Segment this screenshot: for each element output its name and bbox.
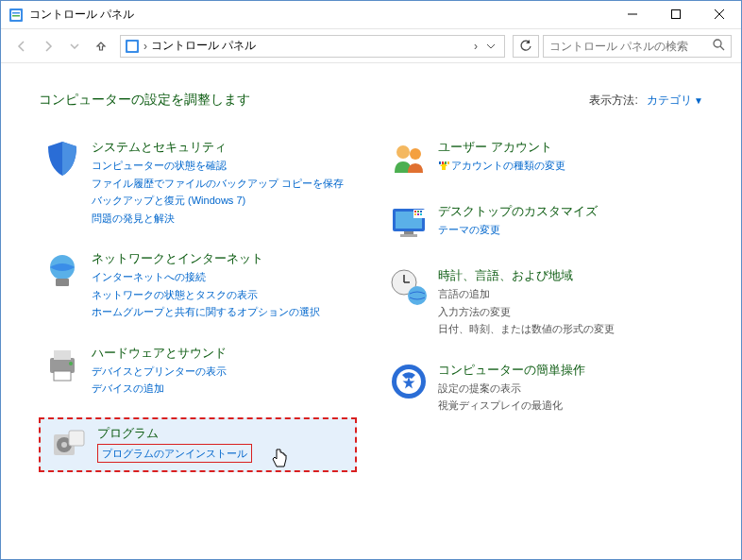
svg-rect-5 (672, 10, 681, 19)
view-mode: 表示方法: カテゴリ▼ (589, 93, 703, 109)
recent-dropdown[interactable] (63, 35, 86, 58)
title-bar: コントロール パネル (1, 1, 741, 29)
svg-rect-27 (447, 161, 449, 164)
category-link[interactable]: テーマの変更 (438, 222, 598, 238)
category-title[interactable]: ネットワークとインターネット (92, 250, 320, 267)
category-system-security: システムとセキュリティ コンピューターの状態を確認 ファイル履歴でファイルのバッ… (39, 135, 357, 229)
svg-point-10 (714, 40, 721, 47)
svg-point-20 (61, 442, 67, 448)
breadcrumb-sep: › (474, 40, 478, 53)
programs-icon (48, 425, 88, 465)
category-link[interactable]: コンピューターの状態を確認 (92, 158, 344, 174)
address-bar[interactable]: › コントロール パネル › (120, 35, 505, 58)
category-sub[interactable]: 日付、時刻、または数値の形式の変更 (438, 321, 615, 337)
chevron-down-icon[interactable]: ▼ (694, 95, 703, 106)
clock-globe-icon (389, 267, 429, 307)
svg-point-22 (396, 145, 410, 159)
category-link[interactable]: ファイル履歴でファイルのバックアップ コピーを保存 (92, 176, 344, 192)
category-link[interactable]: アカウントの種類の変更 (438, 158, 565, 174)
breadcrumb-sep: › (143, 40, 147, 53)
svg-rect-24 (439, 161, 441, 164)
shield-icon (42, 139, 82, 178)
category-link[interactable]: バックアップと復元 (Windows 7) (92, 193, 344, 209)
left-column: システムとセキュリティ コンピューターの状態を確認 ファイル履歴でファイルのバッ… (39, 135, 357, 472)
svg-rect-36 (420, 213, 422, 215)
category-user-accounts: ユーザー アカウント アカウントの種類の変更 (385, 135, 703, 182)
category-title[interactable]: コンピューターの簡単操作 (438, 362, 585, 379)
category-sub[interactable]: 設定の提案の表示 (438, 381, 585, 397)
refresh-button[interactable] (513, 35, 539, 58)
category-title[interactable]: 時計、言語、および地域 (438, 267, 615, 284)
svg-rect-2 (12, 12, 20, 14)
globe-network-icon (42, 250, 82, 290)
up-button[interactable] (90, 35, 112, 58)
svg-rect-35 (417, 213, 419, 215)
category-clock-region: 時計、言語、および地域 言語の追加 入力方法の変更 日付、時刻、または数値の形式… (385, 263, 703, 341)
category-grid: システムとセキュリティ コンピューターの状態を確認 ファイル履歴でファイルのバッ… (39, 135, 703, 472)
category-link[interactable]: 問題の発見と解決 (92, 211, 344, 227)
category-network: ネットワークとインターネット インターネットへの接続 ネットワークの状態とタスク… (39, 246, 357, 324)
breadcrumb[interactable]: コントロール パネル (151, 38, 474, 54)
page-title: コンピューターの設定を調整します (39, 92, 250, 109)
search-bar[interactable] (543, 35, 732, 58)
category-ease-of-access: コンピューターの簡単操作 設定の提案の表示 視覚ディスプレイの最適化 (385, 358, 703, 417)
ease-of-access-icon (389, 362, 429, 401)
category-link[interactable]: ネットワークの状態とタスクの表示 (92, 287, 320, 303)
desktop-icon (389, 203, 429, 243)
right-column: ユーザー アカウント アカウントの種類の変更 デスクトップのカスタマイズ テーマ… (385, 135, 703, 472)
svg-rect-38 (400, 234, 417, 237)
search-icon (713, 39, 725, 54)
category-title[interactable]: デスクトップのカスタマイズ (438, 203, 598, 220)
svg-rect-15 (54, 350, 71, 360)
svg-rect-9 (127, 42, 137, 51)
category-link[interactable]: デバイスとプリンターの表示 (92, 364, 227, 380)
svg-point-42 (408, 286, 427, 305)
svg-rect-33 (420, 211, 422, 212)
view-mode-value[interactable]: カテゴリ (647, 93, 692, 107)
category-title[interactable]: システムとセキュリティ (92, 139, 344, 156)
category-title[interactable]: ハードウェアとサウンド (92, 345, 227, 362)
category-link[interactable]: ホームグループと共有に関するオプションの選択 (92, 304, 320, 320)
category-link[interactable]: インターネットへの接続 (92, 269, 320, 285)
svg-rect-26 (445, 161, 447, 164)
control-panel-small-icon (125, 39, 140, 54)
svg-rect-34 (414, 213, 416, 215)
printer-icon (42, 345, 82, 384)
category-title[interactable]: ユーザー アカウント (438, 139, 565, 156)
minimize-button[interactable] (611, 1, 654, 27)
svg-rect-32 (417, 211, 419, 212)
category-title[interactable]: プログラム (97, 425, 252, 442)
svg-rect-16 (54, 371, 71, 381)
content-header: コンピューターの設定を調整します 表示方法: カテゴリ▼ (39, 92, 703, 109)
back-button[interactable] (10, 35, 33, 58)
forward-button[interactable] (37, 35, 59, 58)
window-controls (611, 1, 741, 28)
user-accounts-icon (389, 139, 429, 178)
cursor-hand-icon (270, 448, 289, 473)
control-panel-icon (8, 8, 24, 23)
svg-rect-25 (442, 161, 444, 164)
uninstall-link[interactable]: プログラムのアンインストール (97, 444, 252, 464)
category-sub[interactable]: 言語の追加 (438, 286, 615, 302)
svg-rect-37 (404, 231, 413, 234)
close-button[interactable] (698, 1, 741, 27)
svg-rect-31 (414, 211, 416, 212)
address-dropdown-icon[interactable] (481, 43, 500, 49)
content-area: コンピューターの設定を調整します 表示方法: カテゴリ▼ システムとセキュリティ… (1, 63, 741, 501)
svg-rect-13 (56, 279, 69, 286)
category-sub[interactable]: 入力方法の変更 (438, 304, 615, 320)
svg-rect-3 (12, 15, 20, 17)
svg-point-23 (410, 148, 421, 160)
maximize-button[interactable] (654, 1, 698, 27)
svg-line-11 (720, 46, 724, 50)
category-link[interactable]: デバイスの追加 (92, 381, 227, 397)
svg-rect-21 (69, 431, 84, 446)
svg-point-17 (69, 362, 73, 365)
category-appearance: デスクトップのカスタマイズ テーマの変更 (385, 199, 703, 246)
category-sub[interactable]: 視覚ディスプレイの最適化 (438, 398, 585, 414)
window-title: コントロール パネル (29, 7, 611, 23)
search-input[interactable] (549, 40, 713, 53)
view-mode-label: 表示方法: (589, 93, 637, 107)
category-hardware: ハードウェアとサウンド デバイスとプリンターの表示 デバイスの追加 (39, 341, 357, 400)
category-programs: プログラム プログラムのアンインストール (39, 417, 357, 472)
